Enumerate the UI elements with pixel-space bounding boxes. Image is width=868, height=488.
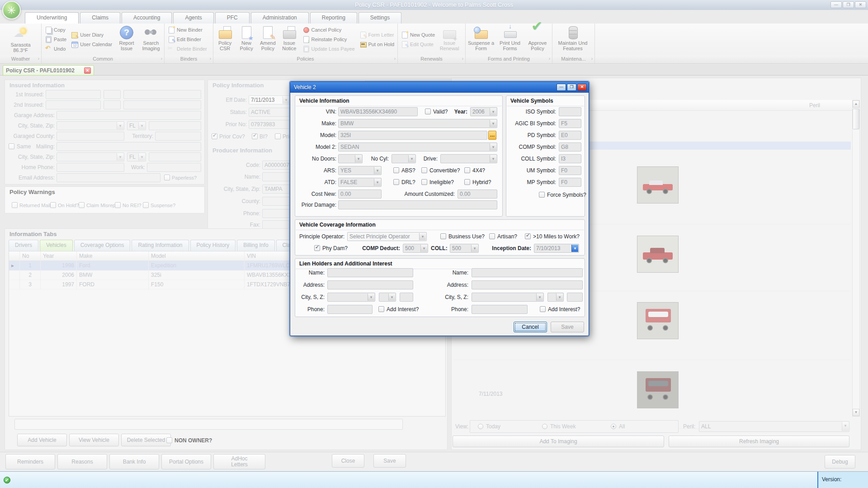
miles-to-work-label: >10 Miles to Work? — [533, 233, 580, 240]
mp-symbol-field[interactable]: F0 — [559, 178, 581, 187]
business-use-label: Business Use? — [448, 233, 485, 240]
vehicle-coverage-title: Vehicle Coverage Information — [296, 220, 584, 230]
coll-dropdown[interactable]: 500 — [450, 244, 479, 253]
artisan-checkbox[interactable] — [489, 233, 495, 239]
lien2-zip-field[interactable] — [567, 293, 583, 302]
comp-symbol-label: COMP Symbol: — [508, 142, 556, 152]
model-field[interactable]: 325I — [338, 131, 487, 140]
drive-dropdown[interactable] — [440, 154, 497, 163]
ineligible-label: Ineligible? — [429, 179, 454, 185]
iso-symbol-label: ISO Symbol: — [508, 107, 556, 116]
drl-checkbox[interactable] — [393, 179, 399, 185]
miles-to-work-checkbox[interactable] — [525, 233, 531, 239]
amount-customized-label: Amount Customized: — [394, 190, 455, 199]
cost-new-field[interactable]: 0.00 — [338, 190, 382, 199]
valid-checkbox[interactable] — [425, 109, 431, 114]
vehicle-symbols-title: Vehicle Symbols — [507, 96, 584, 106]
model-lookup-button[interactable]: … — [488, 131, 496, 140]
comp-symbol-field[interactable]: G8 — [559, 142, 581, 152]
um-symbol-label: UM Symbol: — [508, 166, 556, 175]
lien1-phone-label: Phone: — [294, 305, 325, 314]
model2-dropdown[interactable]: SEDAN — [338, 142, 497, 152]
phy-dam-label: Phy Dam? — [322, 245, 348, 251]
make-label: Make: — [295, 119, 336, 128]
lien1-phone-field[interactable] — [327, 305, 373, 314]
status-bar: ✔ Version: 1.0.6.1538 — [0, 471, 868, 488]
vin-label: VIN: — [295, 107, 336, 116]
atd-dropdown[interactable]: FALSE — [338, 178, 382, 187]
dialog-minimize-icon[interactable]: — — [557, 84, 566, 91]
lien1-csz-label: City, S, Z: — [294, 293, 325, 302]
ars-dropdown[interactable]: YES — [338, 166, 382, 175]
lien2-state-dropdown[interactable] — [547, 293, 564, 302]
force-symbols-checkbox[interactable] — [539, 192, 545, 198]
iso-symbol-field[interactable] — [559, 107, 581, 116]
lien1-address-label: Address: — [294, 280, 325, 289]
comp-deduct-dropdown[interactable]: 500 — [403, 244, 428, 253]
make-dropdown[interactable]: BMW — [338, 119, 497, 128]
lien2-address-label: Address: — [430, 280, 468, 289]
business-use-checkbox[interactable] — [440, 233, 446, 239]
model-label: Model: — [295, 131, 336, 140]
convertible-label: Convertible? — [429, 167, 460, 174]
pd-symbol-field[interactable]: E0 — [559, 131, 581, 140]
drive-label: Drive: — [420, 154, 438, 163]
dialog-close-icon[interactable]: ✕ — [577, 84, 587, 91]
ars-label: ARS: — [295, 166, 336, 175]
lien1-add-interest-label: Add Interest? — [387, 306, 419, 313]
dialog-save-button[interactable]: Save — [551, 322, 584, 332]
lien2-csz-label: City, S, Z: — [430, 293, 468, 302]
dialog-title: Vehicle 2 — [294, 84, 316, 90]
drl-label: DRL? — [401, 179, 415, 185]
hybrid-checkbox[interactable] — [464, 179, 470, 185]
inception-date-dropdown[interactable]: 7/10/2013 — [534, 244, 579, 253]
agic-bi-symbol-label: AGIC BI Symbol: — [508, 119, 556, 128]
lien1-state-dropdown[interactable] — [379, 293, 396, 302]
application-window: Policy CSR - PAFL0101902 - Welcome to Pa… — [0, 0, 868, 488]
status-ok-icon: ✔ — [4, 477, 10, 483]
cancel-button[interactable]: Cancel — [514, 322, 547, 332]
vehicle-dialog: Vehicle 2 — ❐ ✕ Vehicle Information VIN:… — [290, 81, 589, 336]
comp-deduct-label: COMP Deduct: — [357, 244, 400, 253]
phy-dam-checkbox[interactable] — [314, 245, 320, 251]
coll-symbol-label: COLL Symbol: — [508, 154, 556, 163]
lien1-name-label: Name: — [294, 268, 325, 277]
lien1-zip-field[interactable] — [400, 293, 413, 302]
vin-field[interactable]: WBAVB13556KX34690 — [338, 107, 418, 116]
lien2-address-field[interactable] — [472, 280, 583, 289]
year-dropdown[interactable]: 2006 — [470, 107, 497, 116]
force-symbols-label: Force Symbols? — [547, 192, 586, 198]
dialog-titlebar[interactable]: Vehicle 2 — [290, 82, 589, 93]
no-doors-dropdown[interactable] — [338, 154, 363, 163]
convertible-checkbox[interactable] — [421, 167, 427, 173]
vehicle-information-title: Vehicle Information — [296, 96, 502, 106]
no-doors-label: No Doors: — [295, 154, 336, 163]
lien1-address-field[interactable] — [327, 280, 413, 289]
dialog-maximize-icon[interactable]: ❐ — [567, 84, 576, 91]
amount-customized-field[interactable]: 0.00 — [458, 190, 497, 199]
prior-damage-field[interactable] — [338, 200, 497, 209]
um-symbol-field[interactable]: F0 — [559, 166, 581, 175]
abs-checkbox[interactable] — [393, 167, 399, 173]
lien1-add-interest-checkbox[interactable] — [378, 306, 384, 312]
lien1-name-field[interactable] — [327, 268, 413, 277]
cost-new-label: Cost New: — [295, 190, 336, 199]
lien-holders-title: Lien Holders and Additional Interest — [296, 259, 584, 269]
valid-label: Valid? — [433, 109, 448, 115]
lien2-phone-label: Phone: — [430, 305, 468, 314]
coll-symbol-field[interactable]: I3 — [559, 154, 581, 163]
no-cyl-dropdown[interactable] — [392, 154, 416, 163]
lien2-city-dropdown[interactable] — [472, 293, 544, 302]
lien1-city-dropdown[interactable] — [327, 293, 375, 302]
lien2-name-field[interactable] — [472, 268, 583, 277]
fourx4-label: 4X4? — [472, 167, 485, 174]
lien2-phone-field[interactable] — [472, 305, 528, 314]
model2-label: Model 2: — [295, 142, 336, 152]
principle-operator-dropdown[interactable]: Select Principle Operator — [347, 232, 427, 241]
artisan-label: Artisan? — [497, 233, 517, 240]
lien2-add-interest-checkbox[interactable] — [540, 306, 546, 312]
atd-label: ATD: — [295, 178, 336, 187]
agic-bi-symbol-field[interactable]: F5 — [559, 119, 581, 128]
ineligible-checkbox[interactable] — [421, 179, 427, 185]
fourx4-checkbox[interactable] — [464, 167, 470, 173]
